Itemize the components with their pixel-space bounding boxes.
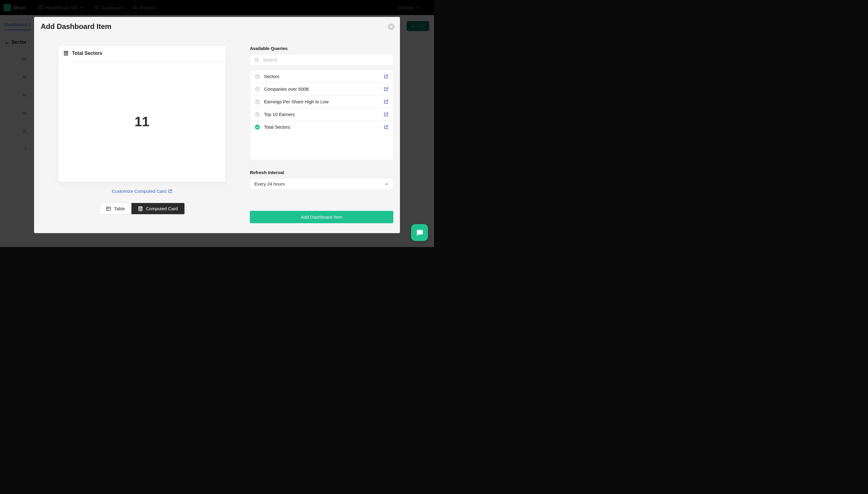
customize-link[interactable]: Customize Computed Card (112, 189, 172, 194)
external-link-icon[interactable] (384, 125, 388, 129)
calculator-icon (138, 206, 143, 211)
query-row[interactable]: Sectors (250, 70, 393, 83)
refresh-label: Refresh Interval (250, 170, 393, 175)
table-icon (106, 206, 111, 211)
query-label: Total Sectors (264, 125, 380, 130)
check-icon (255, 112, 260, 117)
chat-widget[interactable] (411, 224, 428, 241)
toggle-computed-card[interactable]: Computed Card (131, 203, 184, 214)
external-link-icon[interactable] (384, 87, 388, 91)
svg-point-14 (139, 209, 140, 209)
svg-point-8 (65, 55, 66, 55)
svg-rect-11 (106, 207, 111, 211)
external-link-icon[interactable] (384, 112, 388, 117)
close-icon (390, 25, 393, 28)
modal-overlay[interactable]: Add Dashboard Item Total Sectors 11 (0, 0, 434, 247)
external-link-icon[interactable] (384, 100, 388, 104)
preview-value: 11 (135, 114, 149, 129)
svg-rect-4 (65, 52, 67, 53)
external-link-icon[interactable] (384, 74, 388, 79)
svg-point-7 (67, 54, 67, 54)
svg-point-5 (65, 54, 66, 54)
query-row[interactable]: Top 10 Earners (250, 108, 393, 121)
query-label: Sectors (264, 74, 380, 79)
svg-point-15 (140, 209, 141, 209)
query-label: Top 10 Earners (264, 112, 380, 117)
svg-point-10 (67, 55, 67, 55)
svg-point-20 (255, 58, 258, 61)
queries-label: Available Queries (250, 46, 393, 51)
svg-point-9 (66, 55, 66, 55)
svg-rect-13 (139, 207, 142, 208)
query-label: Companies over 500B (264, 87, 380, 92)
refresh-value: Every 24 hours (254, 181, 285, 187)
search-input[interactable] (263, 57, 389, 62)
add-dashboard-item-button[interactable]: Add Dashboard Item (250, 211, 393, 223)
chat-icon (415, 229, 423, 236)
check-icon (255, 99, 260, 104)
svg-point-6 (66, 54, 66, 54)
preview-card: Total Sectors 11 (58, 46, 226, 182)
check-icon (255, 87, 260, 92)
query-row[interactable]: Total Sectors (250, 121, 393, 133)
chevron-down-icon (385, 182, 389, 186)
search-box[interactable] (250, 54, 393, 66)
add-dashboard-item-modal: Add Dashboard Item Total Sectors 11 (34, 17, 400, 233)
external-link-icon (168, 189, 172, 193)
preview-title: Total Sectors (72, 51, 102, 56)
toggle-table[interactable]: Table (99, 203, 131, 214)
search-icon (254, 58, 259, 62)
close-button[interactable] (388, 23, 394, 30)
svg-point-17 (139, 210, 140, 210)
query-row[interactable]: Companies over 500B (250, 83, 393, 95)
view-toggle: Table Computed Card (99, 203, 185, 214)
query-row[interactable]: Earnings Per Share High to Low (250, 95, 393, 108)
query-label: Earnings Per Share High to Low (264, 99, 380, 104)
check-icon (255, 125, 260, 130)
check-icon (255, 74, 260, 79)
refresh-select[interactable]: Every 24 hours (250, 178, 393, 190)
modal-title: Add Dashboard Item (41, 22, 112, 31)
svg-point-18 (140, 210, 141, 210)
query-list: Sectors Companies over 500B Earnings Per… (250, 70, 393, 160)
calculator-icon (63, 51, 69, 56)
